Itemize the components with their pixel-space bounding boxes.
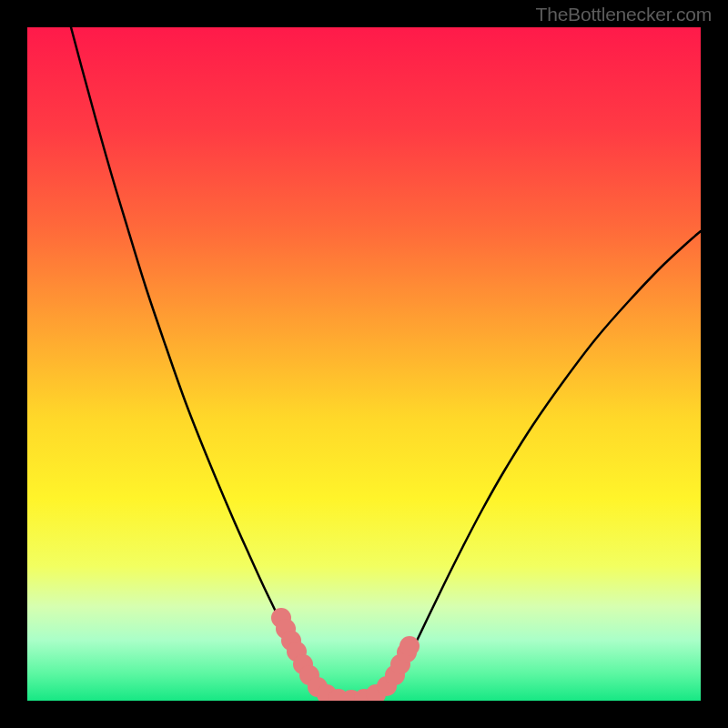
gradient-background	[27, 27, 701, 701]
watermark-text: TheBottlenecker.com	[536, 4, 712, 25]
plot-area	[27, 27, 701, 701]
chart-frame: TheBottlenecker.com	[0, 0, 728, 728]
highlight-marker	[399, 636, 420, 656]
chart-svg	[27, 27, 701, 701]
